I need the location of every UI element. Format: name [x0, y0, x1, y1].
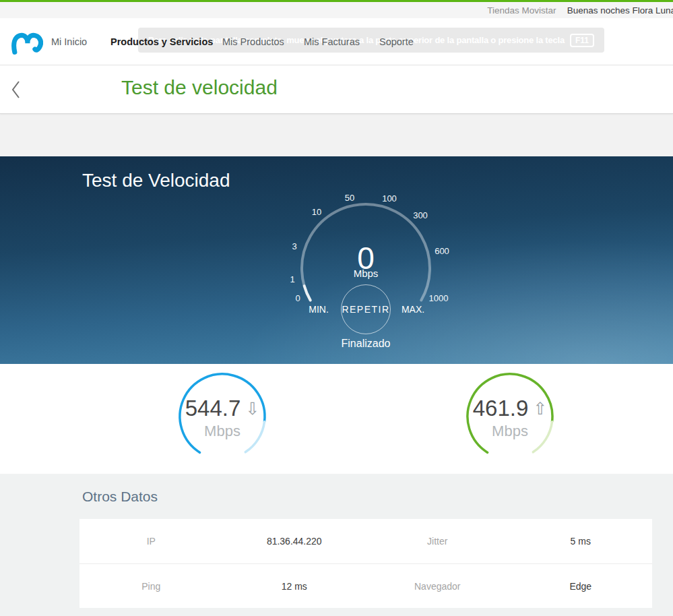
nav-item-productos-y-servicios[interactable]: Productos y Servicios — [110, 36, 213, 47]
main-nav: Para salir de la pantalla completa, muev… — [0, 18, 673, 65]
tiendas-movistar-link[interactable]: Tiendas Movistar — [487, 5, 556, 16]
nav-item-mis-productos[interactable]: Mis Productos — [222, 36, 284, 47]
download-speed-text: 544.7 ⇩ Mbps — [175, 369, 269, 464]
table-row: IP 81.36.44.220 Jitter 5 ms — [79, 519, 652, 563]
page-title: Test de velocidad — [121, 76, 278, 99]
gauge-scale-10: 10 — [312, 207, 321, 217]
gauge-max-label: MAX. — [402, 304, 424, 315]
ping-value: 12 ms — [223, 581, 366, 592]
gauge-scale-1: 1 — [290, 274, 294, 284]
navegador-value: Edge — [509, 581, 653, 592]
download-speed-widget: 544.7 ⇩ Mbps — [175, 369, 269, 464]
table-row: Ping 12 ms Navegador Edge — [79, 563, 652, 608]
download-arrow-icon: ⇩ — [245, 399, 259, 419]
otros-datos-heading: Otros Datos — [82, 489, 158, 505]
spacer-band — [0, 114, 673, 156]
navegador-label: Navegador — [366, 581, 509, 592]
upload-speed-value: 461.9 — [473, 396, 529, 421]
upload-speed-unit: Mbps — [492, 423, 528, 440]
test-status-label: Finalizado — [342, 338, 391, 350]
upload-arrow-icon: ⇧ — [533, 399, 547, 419]
otros-datos-section: Otros Datos IP 81.36.44.220 Jitter 5 ms … — [0, 474, 673, 616]
movistar-logo[interactable] — [9, 27, 43, 57]
top-bar: Tiendas Movistar Buenas noches Flora Lun… — [0, 2, 673, 18]
nav-item-mi-inicio[interactable]: Mi Inicio — [51, 36, 87, 47]
repeat-test-button[interactable]: REPETIR — [341, 284, 391, 334]
ip-value: 81.36.44.220 — [223, 536, 366, 547]
ip-label: IP — [79, 536, 223, 547]
download-speed-value: 544.7 — [185, 396, 241, 421]
nav-item-mis-facturas[interactable]: Mis Facturas — [304, 36, 360, 47]
speed-test-hero: Test de Velocidad 0 1 3 10 50 100 300 60… — [0, 156, 673, 364]
page-title-bar: Test de velocidad — [0, 65, 673, 114]
back-chevron-icon[interactable] — [8, 79, 24, 100]
hero-title: Test de Velocidad — [82, 170, 230, 191]
gauge-min-label: MIN. — [309, 304, 329, 315]
gauge-unit: Mbps — [354, 268, 379, 279]
download-speed-unit: Mbps — [204, 423, 241, 440]
jitter-value: 5 ms — [509, 536, 653, 547]
upload-speed-widget: 461.9 ⇧ Mbps — [463, 369, 557, 464]
account-greeting-link[interactable]: Buenas noches Flora Luna — [567, 5, 673, 16]
gauge-scale-3: 3 — [292, 241, 296, 251]
upload-speed-text: 461.9 ⇧ Mbps — [463, 369, 557, 464]
gauge-scale-600: 600 — [435, 246, 449, 256]
gauge-scale-0: 0 — [295, 293, 300, 303]
ping-label: Ping — [79, 581, 223, 592]
f11-key-badge: F11 — [570, 34, 594, 47]
gauge-scale-50: 50 — [345, 193, 354, 203]
speed-test-page: Tiendas Movistar Buenas noches Flora Lun… — [0, 0, 673, 616]
jitter-label: Jitter — [366, 536, 509, 547]
results-section: 544.7 ⇩ Mbps 461.9 ⇧ Mbps — [0, 364, 673, 474]
otros-datos-card: IP 81.36.44.220 Jitter 5 ms Ping 12 ms N… — [79, 519, 652, 608]
gauge-scale-100: 100 — [382, 193, 397, 204]
gauge-scale-1000: 1000 — [429, 293, 449, 303]
nav-item-soporte[interactable]: Soporte — [379, 36, 414, 47]
gauge-scale-300: 300 — [413, 210, 428, 220]
